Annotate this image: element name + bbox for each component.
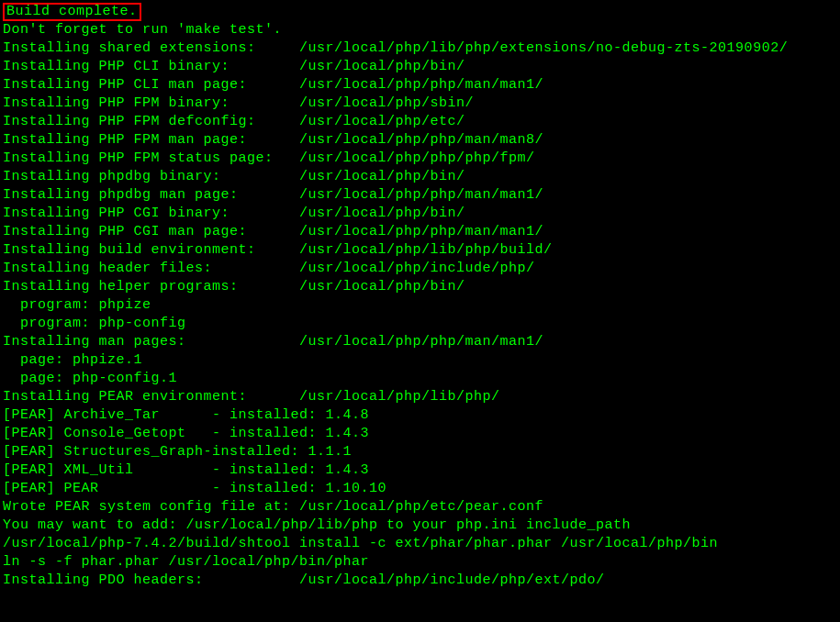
build-complete-line: Build complete. (3, 3, 837, 21)
install-row-2: Installing PHP CLI man page: /usr/local/… (3, 76, 837, 94)
install-row-4: Installing PHP FPM defconfig: /usr/local… (3, 113, 837, 131)
install-row-12: Installing header files: /usr/local/php/… (3, 260, 837, 278)
trailing-line-1: You may want to add: /usr/local/php/lib/… (3, 516, 837, 535)
install-row-6: Installing PHP FPM status page: /usr/loc… (3, 150, 837, 168)
install-row-5: Installing PHP FPM man page: /usr/local/… (3, 131, 837, 150)
install-row-13: Installing helper programs: /usr/local/p… (3, 278, 837, 296)
trailing-line-0: Wrote PEAR system config file at: /usr/l… (3, 498, 837, 516)
build-complete-highlight: Build complete. (3, 3, 141, 21)
install-row-8: Installing phpdbg man page: /usr/local/p… (3, 186, 837, 205)
pear-pkg-3: [PEAR] XML_Util - installed: 1.4.3 (3, 461, 837, 480)
man-page-0: page: phpize.1 (3, 351, 837, 370)
man-page-1: page: php-config.1 (3, 370, 837, 388)
helper-program-1: program: php-config (3, 315, 837, 333)
trailing-line-4: Installing PDO headers: /usr/local/php/i… (3, 572, 837, 590)
make-test-notice: Don't forget to run 'make test'. (3, 21, 837, 39)
pear-pkg-2: [PEAR] Structures_Graph-installed: 1.1.1 (3, 443, 837, 461)
install-row-1: Installing PHP CLI binary: /usr/local/ph… (3, 58, 837, 76)
terminal-output: Build complete.Don't forget to run 'make… (3, 3, 837, 590)
install-row-10: Installing PHP CGI man page: /usr/local/… (3, 223, 837, 241)
pear-pkg-1: [PEAR] Console_Getopt - installed: 1.4.3 (3, 425, 837, 443)
install-row-7: Installing phpdbg binary: /usr/local/php… (3, 168, 837, 186)
pear-pkg-4: [PEAR] PEAR - installed: 1.10.10 (3, 480, 837, 498)
install-row-3: Installing PHP FPM binary: /usr/local/ph… (3, 94, 837, 113)
install-row-9: Installing PHP CGI binary: /usr/local/ph… (3, 205, 837, 223)
install-row-11: Installing build environment: /usr/local… (3, 241, 837, 260)
install-row-0: Installing shared extensions: /usr/local… (3, 39, 837, 58)
trailing-line-3: ln -s -f phar.phar /usr/local/php/bin/ph… (3, 553, 837, 572)
helper-program-0: program: phpize (3, 296, 837, 315)
trailing-line-2: /usr/local/php-7.4.2/build/shtool instal… (3, 535, 837, 553)
pear-env-header: Installing PEAR environment: /usr/local/… (3, 388, 837, 406)
man-pages-header: Installing man pages: /usr/local/php/php… (3, 333, 837, 351)
pear-pkg-0: [PEAR] Archive_Tar - installed: 1.4.8 (3, 406, 837, 425)
